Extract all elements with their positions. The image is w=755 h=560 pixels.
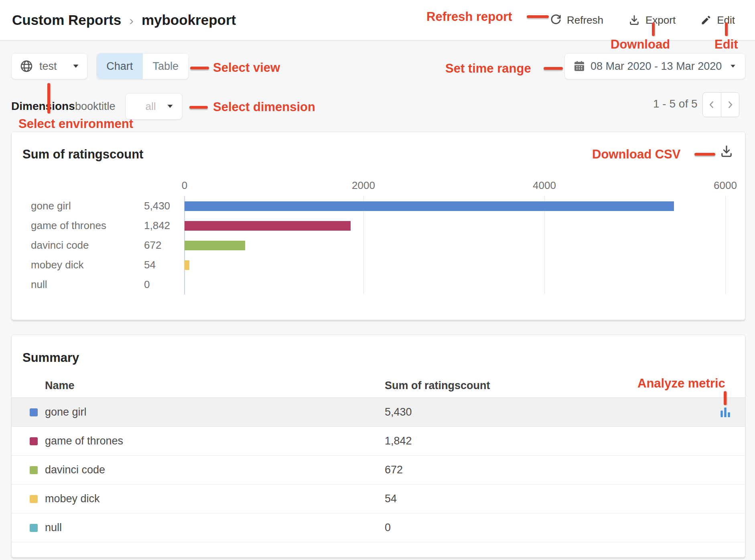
dimension-filter-dropdown[interactable]: all — [125, 93, 183, 120]
table-body: gone girl 5,430 game of thrones 1,842 da… — [12, 398, 745, 542]
annotation-line — [724, 391, 727, 405]
x-tick: 4000 — [533, 179, 556, 192]
annotation-edit: Edit — [714, 38, 738, 51]
date-range-value: 08 Mar 2020 - 13 Mar 2020 — [591, 60, 725, 73]
row-name: davinci code — [45, 464, 385, 476]
annotation-select-dimension: Select dimension — [213, 101, 315, 114]
chart-row: gone girl 5,430 — [31, 196, 727, 216]
summary-card: Summary Name Sum of ratingscount gone gi… — [11, 335, 745, 558]
chart-title: Sum of ratingscount — [22, 147, 143, 162]
download-csv-button[interactable] — [719, 144, 734, 158]
chart-row: davinci code 672 — [31, 235, 727, 255]
annotation-select-view: Select view — [213, 61, 280, 75]
series-color-swatch — [30, 437, 38, 445]
x-tick: 2000 — [352, 179, 375, 192]
x-tick: 6000 — [714, 179, 737, 192]
annotation-download: Download — [611, 38, 670, 51]
chart-value-label: 1,842 — [144, 219, 185, 232]
refresh-icon — [550, 14, 562, 26]
chevron-down-icon — [731, 65, 735, 67]
pagination-status: 1 - 5 of 5 — [653, 97, 698, 110]
annotation-select-environment: Select environment — [18, 118, 133, 131]
refresh-button[interactable]: Refresh — [550, 14, 603, 26]
bar-chart-icon — [719, 406, 731, 418]
annotation-refresh-report: Refresh report — [426, 10, 512, 24]
breadcrumb: Custom Reports › mybookreport — [12, 12, 236, 28]
calendar-icon — [573, 60, 586, 73]
chart-category-label: davinci code — [31, 239, 144, 252]
chart-rows: gone girl 5,430 game of thrones 1,842 da… — [31, 196, 727, 294]
globe-icon — [20, 59, 33, 73]
chart-category-label: gone girl — [31, 200, 144, 212]
chart-value-label: 5,430 — [144, 200, 185, 212]
pencil-icon — [700, 14, 712, 26]
row-value: 5,430 — [385, 406, 719, 418]
refresh-label: Refresh — [567, 14, 603, 26]
row-name: mobey dick — [45, 493, 385, 505]
tab-table[interactable]: Table — [143, 53, 189, 79]
annotation-line — [189, 106, 208, 109]
chevron-down-icon — [168, 105, 173, 108]
breadcrumb-separator-icon: › — [129, 12, 134, 28]
chevron-down-icon — [73, 65, 79, 68]
view-toggle: Chart Table — [96, 53, 189, 79]
table-header: Name Sum of ratingscount — [12, 373, 745, 398]
row-name: gone girl — [45, 406, 385, 418]
series-color-swatch — [30, 524, 38, 532]
chevron-left-icon — [706, 99, 717, 110]
app-header: Custom Reports › mybookreport Refresh Ex… — [0, 0, 755, 41]
breadcrumb-section[interactable]: Custom Reports — [12, 12, 121, 28]
environment-value: test — [39, 60, 67, 73]
chart-row: null 0 — [31, 275, 727, 294]
column-header-name: Name — [45, 379, 385, 392]
annotation-line — [47, 83, 50, 114]
chevron-right-icon — [725, 99, 735, 110]
date-range-picker[interactable]: 08 Mar 2020 - 13 Mar 2020 — [564, 53, 745, 79]
table-row: null 0 — [12, 513, 745, 542]
pagination-controls — [702, 92, 739, 117]
chart-bar — [185, 241, 245, 250]
series-color-swatch — [30, 466, 38, 474]
chart-value-label: 54 — [144, 259, 185, 271]
annotation-line — [725, 22, 728, 36]
chart-value-label: 0 — [144, 278, 185, 291]
table-row: gone girl 5,430 — [12, 398, 745, 427]
edit-button[interactable]: Edit — [700, 14, 735, 26]
next-page-button[interactable] — [721, 93, 739, 117]
chart-row: mobey dick 54 — [31, 255, 727, 275]
chart-row: game of thrones 1,842 — [31, 216, 727, 235]
environment-select[interactable]: test — [11, 53, 87, 79]
x-tick: 0 — [182, 179, 187, 192]
annotation-set-time-range: Set time range — [445, 62, 531, 75]
annotation-line — [694, 153, 715, 156]
chart-bar — [185, 221, 351, 231]
table-row: game of thrones 1,842 — [12, 427, 745, 456]
breadcrumb-report-name: mybookreport — [142, 12, 236, 28]
summary-title: Summary — [22, 351, 79, 365]
row-value: 672 — [385, 464, 745, 476]
table-row: mobey dick 54 — [12, 485, 745, 513]
chart-bar — [185, 201, 674, 211]
annotation-line — [190, 67, 209, 69]
table-row: davinci code 672 — [12, 456, 745, 485]
analyze-metric-button[interactable] — [719, 406, 731, 418]
chart-category-label: game of thrones — [31, 219, 144, 232]
download-icon — [628, 14, 640, 26]
download-icon — [719, 144, 734, 158]
dimensions-label: Dimensions — [11, 100, 75, 113]
row-name: game of thrones — [45, 435, 385, 447]
series-color-swatch — [30, 495, 38, 503]
annotation-analyze-metric: Analyze metric — [637, 377, 725, 390]
chart-bar — [185, 260, 189, 270]
chart-value-label: 672 — [144, 239, 185, 252]
x-axis-ticks: 0 2000 4000 6000 — [185, 179, 725, 192]
dimension-name: booktitle — [75, 100, 116, 113]
annotation-line — [544, 67, 563, 70]
previous-page-button[interactable] — [703, 93, 721, 117]
header-actions: Refresh Export Edit — [550, 14, 735, 26]
row-value: 54 — [385, 493, 745, 505]
annotation-line — [652, 22, 655, 36]
tab-chart[interactable]: Chart — [97, 53, 143, 79]
series-color-swatch — [30, 408, 38, 416]
row-value: 1,842 — [385, 435, 745, 447]
